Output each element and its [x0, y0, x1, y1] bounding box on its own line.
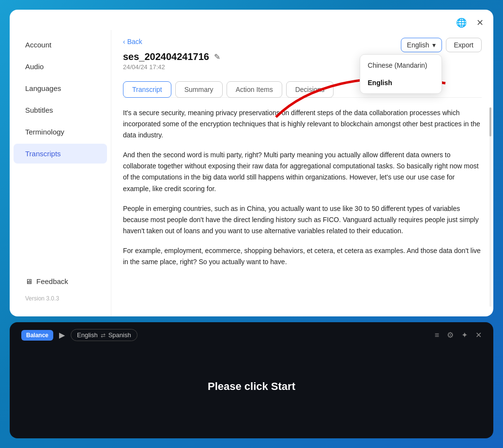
session-title-row: ses_202404241716 ✎ — [123, 51, 220, 62]
scrollbar-track[interactable] — [489, 107, 491, 307]
session-title: ses_202404241716 ✎ — [123, 51, 220, 62]
session-date: 24/04/24 17:42 — [123, 63, 220, 71]
back-link[interactable]: ‹ Back — [123, 38, 220, 45]
transcript-content: It's a secure security, meaning privacy … — [111, 98, 493, 316]
star-icon[interactable]: ✦ — [461, 330, 468, 340]
top-bar: 🌐 ✕ — [10, 10, 493, 30]
player-right-icons: ≡ ⚙ ✦ ✕ — [435, 330, 482, 340]
language-dropdown[interactable]: English ▾ — [401, 38, 442, 52]
language-selected: English — [407, 41, 429, 49]
panel-header: ‹ Back ses_202404241716 ✎ 24/04/24 17:42 — [111, 30, 493, 98]
source-language-label: English — [77, 331, 98, 339]
please-click-start-text: Please click Start — [208, 380, 295, 393]
edit-icon[interactable]: ✎ — [214, 52, 220, 61]
sidebar-item-terminology[interactable]: Terminology — [14, 122, 107, 142]
bottom-player: Balance ▶ English ⇄ Spanish ≡ ⚙ ✦ ✕ Plea… — [10, 322, 493, 438]
sidebar: Account Audio Languages Subtitles Termin… — [10, 30, 111, 316]
globe-icon[interactable]: 🌐 — [454, 15, 469, 30]
player-close-icon[interactable]: ✕ — [475, 330, 482, 340]
lang-option-english[interactable]: English — [360, 74, 442, 91]
session-name: ses_202404241716 — [123, 51, 209, 62]
swap-icon: ⇄ — [101, 332, 106, 339]
language-dropdown-wrapper: English ▾ Chinese (Mandarin) English — [401, 38, 442, 52]
feedback-label: Feedback — [36, 277, 68, 285]
sidebar-item-subtitles[interactable]: Subtitles — [14, 100, 107, 120]
feedback-item[interactable]: 🖥 Feedback — [14, 271, 107, 291]
back-label: Back — [127, 38, 142, 45]
sidebar-item-languages[interactable]: Languages — [14, 78, 107, 98]
close-icon[interactable]: ✕ — [474, 15, 486, 30]
player-main-text: Please click Start — [21, 341, 482, 432]
tab-transcript[interactable]: Transcript — [123, 81, 171, 98]
sidebar-item-audio[interactable]: Audio — [14, 57, 107, 76]
sidebar-item-transcripts[interactable]: Transcripts — [14, 144, 107, 164]
sidebar-bottom: 🖥 Feedback Version 3.0.3 — [10, 270, 111, 313]
settings-icon[interactable]: ⚙ — [447, 330, 454, 340]
main-window: 🌐 ✕ Account Audio Languages Subtitles Te… — [10, 10, 493, 316]
tab-action-items[interactable]: Action Items — [227, 81, 282, 98]
back-chevron-icon: ‹ — [123, 38, 125, 45]
chevron-down-icon: ▾ — [432, 41, 436, 49]
tab-summary[interactable]: Summary — [175, 81, 223, 98]
transcript-paragraph-2: And then the second word is multi party,… — [123, 149, 482, 194]
language-pair-selector[interactable]: English ⇄ Spanish — [71, 329, 137, 341]
sidebar-item-account[interactable]: Account — [14, 35, 107, 55]
version-text: Version 3.0.3 — [14, 292, 107, 305]
lang-option-chinese[interactable]: Chinese (Mandarin) — [360, 57, 442, 74]
target-language-label: Spanish — [108, 331, 131, 339]
content-area: Account Audio Languages Subtitles Termin… — [10, 30, 493, 316]
top-bar-icons: 🌐 ✕ — [454, 15, 486, 30]
feedback-icon: 🖥 — [25, 277, 32, 285]
export-button[interactable]: Export — [446, 38, 482, 52]
language-dropdown-menu: Chinese (Mandarin) English — [360, 54, 442, 94]
player-controls: Balance ▶ English ⇄ Spanish ≡ ⚙ ✦ ✕ — [21, 329, 482, 341]
subtitles-icon[interactable]: ≡ — [435, 331, 439, 340]
scrollbar-thumb[interactable] — [489, 107, 491, 136]
transcript-paragraph-1: It's a secure security, meaning privacy … — [123, 107, 482, 141]
transcript-paragraph-3: People in emerging countries, such as in… — [123, 203, 482, 237]
balance-badge: Balance — [21, 330, 53, 341]
transcript-paragraph-4: For example, employment, ecommerce, shop… — [123, 245, 482, 268]
main-panel: ‹ Back ses_202404241716 ✎ 24/04/24 17:42 — [111, 30, 493, 316]
header-actions: English ▾ Chinese (Mandarin) English Exp… — [401, 38, 482, 52]
play-button[interactable]: ▶ — [59, 330, 65, 340]
tab-decisions[interactable]: Decisions — [286, 81, 334, 98]
